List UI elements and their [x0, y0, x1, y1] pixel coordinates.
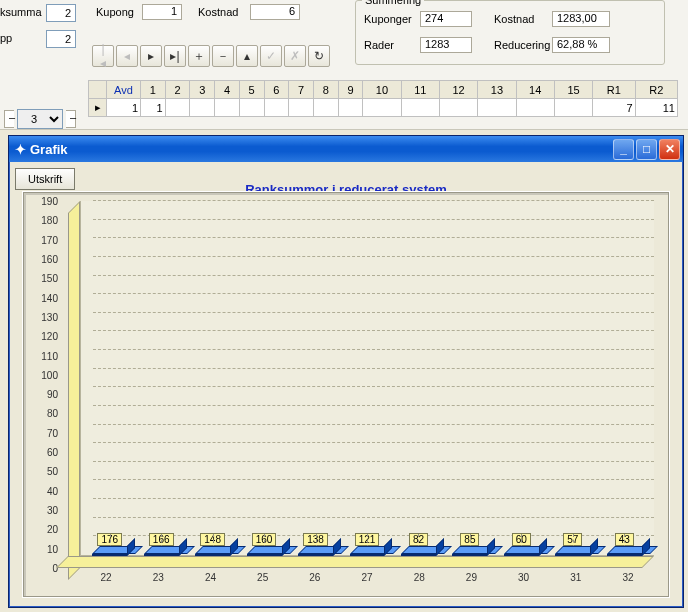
bar: 57 [547, 533, 598, 556]
y-tick: 10 [47, 543, 58, 554]
app-icon: ✦ [15, 142, 26, 157]
bar: 176 [84, 533, 135, 556]
top-panel: ksumma pp Kupong 1 Kostnad 6 |◂ ◂ ▸ ▸| ＋… [0, 0, 688, 130]
spinner-select[interactable]: 3 [17, 109, 63, 129]
y-tick: 80 [47, 408, 58, 419]
add-button[interactable]: ＋ [188, 45, 210, 67]
edit-button[interactable]: ▴ [236, 45, 258, 67]
first-button[interactable]: |◂ [92, 45, 114, 67]
y-tick: 0 [52, 563, 58, 574]
spinner-plus[interactable]: – [66, 110, 76, 128]
bar: 166 [135, 533, 186, 556]
floor [56, 556, 654, 568]
y-tick: 150 [41, 273, 58, 284]
maximize-button[interactable]: □ [636, 139, 657, 160]
data-grid[interactable]: Avd123456789101112131415R1R2 ▸11711 [88, 80, 678, 117]
x-tick: 26 [289, 572, 341, 592]
last-button[interactable]: ▸| [164, 45, 186, 67]
y-tick: 60 [47, 447, 58, 458]
x-tick: 28 [393, 572, 445, 592]
y-tick: 50 [47, 466, 58, 477]
kuponger-label: Kuponger [364, 13, 412, 25]
minimize-button[interactable]: _ [613, 139, 634, 160]
y-tick: 110 [41, 350, 58, 361]
y-tick: 70 [47, 427, 58, 438]
pp-label: pp [0, 32, 12, 44]
chart-area: 0102030405060708090100110120130140150160… [23, 192, 669, 597]
y-tick: 170 [41, 234, 58, 245]
kuponger-value: 274 [420, 11, 472, 27]
x-tick: 32 [602, 572, 654, 592]
x-tick: 30 [498, 572, 550, 592]
x-tick: 23 [132, 572, 184, 592]
cancel-button[interactable]: ✗ [284, 45, 306, 67]
rader-label: Rader [364, 39, 394, 51]
bar: 160 [238, 533, 289, 556]
spinner-area: – 3 – [0, 108, 80, 130]
x-tick: 25 [237, 572, 289, 592]
utskrift-button[interactable]: Utskrift [15, 168, 75, 190]
titlebar[interactable]: ✦ Grafik _ □ ✕ [9, 136, 683, 162]
close-button[interactable]: ✕ [659, 139, 680, 160]
y-tick: 180 [41, 215, 58, 226]
bar: 60 [496, 533, 547, 556]
bar: 148 [187, 533, 238, 556]
next-button[interactable]: ▸ [140, 45, 162, 67]
x-tick: 31 [550, 572, 602, 592]
y-tick: 130 [41, 311, 58, 322]
bar: 82 [393, 533, 444, 556]
y-tick: 120 [41, 331, 58, 342]
refresh-button[interactable]: ↻ [308, 45, 330, 67]
y-axis: 0102030405060708090100110120130140150160… [24, 201, 62, 568]
rader-value: 1283 [420, 37, 472, 53]
x-tick: 22 [80, 572, 132, 592]
y-tick: 20 [47, 524, 58, 535]
bar: 43 [599, 533, 650, 556]
reducering-label: Reducering [494, 39, 550, 51]
commit-button[interactable]: ✓ [260, 45, 282, 67]
x-tick: 27 [341, 572, 393, 592]
nav-toolbar: |◂ ◂ ▸ ▸| ＋ － ▴ ✓ ✗ ↻ [92, 45, 330, 67]
left-wall [68, 201, 80, 580]
reducering-value: 62,88 % [552, 37, 610, 53]
summering-group: Summering Kuponger 274 Kostnad 1283,00 R… [355, 0, 665, 65]
y-tick: 40 [47, 485, 58, 496]
kupong-value: 1 [142, 4, 182, 20]
summ-kostnad-value: 1283,00 [552, 11, 610, 27]
y-tick: 160 [41, 253, 58, 264]
bars-container: 1761661481601381218285605743 [80, 201, 654, 556]
summering-title: Summering [362, 0, 424, 6]
kostnad-value: 6 [250, 4, 300, 20]
x-axis: 2223242526272829303132 [80, 572, 654, 592]
plot: 1761661481601381218285605743 [68, 201, 654, 568]
y-tick: 100 [41, 369, 58, 380]
window-title: Grafik [30, 142, 68, 157]
summ-kostnad-label: Kostnad [494, 13, 534, 25]
grafik-window: ✦ Grafik _ □ ✕ Utskrift Ranksummor i red… [8, 135, 684, 608]
y-tick: 190 [41, 196, 58, 207]
x-tick: 24 [184, 572, 236, 592]
kostnad-label: Kostnad [198, 6, 238, 18]
ksumma-label: ksumma [0, 6, 42, 18]
y-tick: 90 [47, 389, 58, 400]
x-tick: 29 [445, 572, 497, 592]
y-tick: 140 [41, 292, 58, 303]
y-tick: 30 [47, 505, 58, 516]
kupong-label: Kupong [96, 6, 134, 18]
pp-field[interactable] [46, 30, 76, 48]
remove-button[interactable]: － [212, 45, 234, 67]
bar: 138 [290, 533, 341, 556]
bar: 85 [444, 533, 495, 556]
spinner-minus[interactable]: – [4, 110, 14, 128]
bar: 121 [341, 533, 392, 556]
prev-button[interactable]: ◂ [116, 45, 138, 67]
ksumma-field[interactable] [46, 4, 76, 22]
